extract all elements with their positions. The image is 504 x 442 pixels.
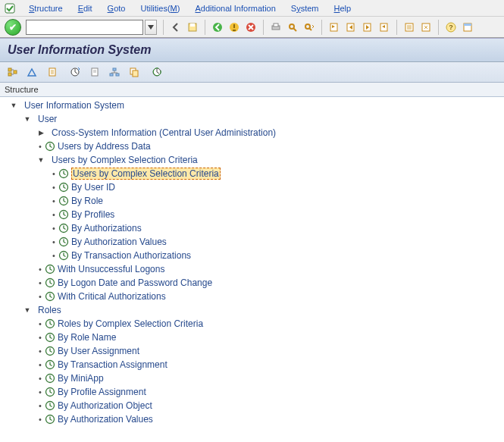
tree-label[interactable]: By User Assignment <box>58 346 139 356</box>
refresh-icon[interactable] <box>149 64 165 80</box>
tree-label[interactable]: By Profiles <box>71 209 114 220</box>
tree-row[interactable]: •By Authorizations <box>0 221 504 235</box>
first-page-icon[interactable] <box>327 20 342 35</box>
bullet-icon: • <box>50 210 58 219</box>
tree-row[interactable]: •By Role Name <box>0 331 504 344</box>
tree-row[interactable]: •By Role <box>0 194 504 208</box>
collapse-icon[interactable]: ▼ <box>23 306 32 314</box>
find-next-icon[interactable] <box>302 20 317 35</box>
find-icon[interactable] <box>285 20 300 35</box>
execute-icon[interactable] <box>67 64 83 80</box>
tree-row[interactable]: •Users by Complex Selection Criteria <box>0 167 504 180</box>
tree-label[interactable]: Users by Complex Selection Criteria <box>52 155 198 165</box>
tree-row[interactable]: •Users by Address Data <box>0 139 504 153</box>
tree-label[interactable]: Cross-System Information (Central User A… <box>52 127 276 138</box>
tree-row[interactable]: ▼Users by Complex Selection Criteria <box>0 153 504 167</box>
tree-row[interactable]: •With Critical Authorizations <box>0 290 504 303</box>
tree-row[interactable]: •By Transaction Assignment <box>0 358 504 371</box>
tree-label[interactable]: By Transaction Assignment <box>58 359 167 370</box>
collapse-icon[interactable]: ▼ <box>36 156 45 164</box>
page-title: User Information System <box>8 43 496 57</box>
cancel-red-icon[interactable] <box>243 20 258 35</box>
svg-text:?: ? <box>449 24 453 31</box>
command-field[interactable] <box>26 20 143 35</box>
expand-subtree-icon[interactable] <box>5 64 21 80</box>
menu-structure[interactable]: Structure <box>21 2 70 14</box>
tree-row[interactable]: •By User Assignment <box>0 344 504 358</box>
tree-row[interactable]: •By User ID <box>0 180 504 194</box>
tree-row[interactable]: •By Profile Assignment <box>0 385 504 399</box>
enter-button[interactable]: ✔ <box>5 19 21 36</box>
command-dropdown[interactable] <box>145 20 157 35</box>
collapse-icon[interactable]: ▼ <box>23 115 32 123</box>
tree-label[interactable]: By Profile Assignment <box>58 387 146 397</box>
tree-label[interactable]: User Information System <box>24 100 124 111</box>
prev-page-icon[interactable] <box>343 20 358 35</box>
display-object-icon[interactable] <box>86 64 103 80</box>
title-band: User Information System <box>0 38 504 62</box>
tree-label[interactable]: Roles by Complex Selection Criteria <box>58 318 203 329</box>
tree-row[interactable]: •By Authorization Object <box>0 399 504 412</box>
tree-label[interactable]: By MiniApp <box>58 373 104 384</box>
bullet-icon: • <box>50 251 58 260</box>
tree-label[interactable]: Users by Complex Selection Criteria <box>71 168 221 180</box>
tree-row[interactable]: •By MiniApp <box>0 371 504 385</box>
tree-label[interactable]: With Critical Authorizations <box>58 291 166 302</box>
tree-row[interactable]: •By Authorization Values <box>0 412 504 426</box>
tree-row[interactable]: •By Transaction Authorizations <box>0 249 504 262</box>
copy-icon[interactable] <box>126 64 142 80</box>
tree-row[interactable]: ▼Roles <box>0 303 504 317</box>
menu-edit[interactable]: Edit <box>70 2 100 14</box>
bullet-icon: • <box>50 196 58 205</box>
tree-row[interactable]: ▼User <box>0 112 504 126</box>
tree-label[interactable]: Users by Address Data <box>58 141 151 152</box>
tree-label[interactable]: By Authorizations <box>71 223 142 234</box>
tree-label[interactable]: User <box>38 114 57 124</box>
tree-label[interactable]: By Role <box>71 196 103 206</box>
tree-label[interactable]: By Transaction Authorizations <box>71 250 191 261</box>
help-icon[interactable]: ? <box>443 20 459 35</box>
tree: ▼User Information System▼User▶Cross-Syst… <box>0 97 504 428</box>
tree-row[interactable]: •By Logon Date and Password Change <box>0 276 504 290</box>
app-menu-icon[interactable] <box>5 3 15 14</box>
shortcut-icon[interactable] <box>418 20 434 35</box>
tree-row[interactable]: •By Profiles <box>0 208 504 221</box>
tree-label[interactable]: By Authorization Object <box>58 400 152 411</box>
tree-label[interactable]: By User ID <box>71 182 115 193</box>
collapse-icon[interactable]: ▼ <box>9 102 18 109</box>
tree-row[interactable]: ▼User Information System <box>0 99 504 112</box>
tree-label[interactable]: By Authorization Values <box>58 414 153 425</box>
clock-icon <box>44 318 56 329</box>
print-icon[interactable] <box>268 20 283 35</box>
where-used-icon[interactable] <box>106 64 123 80</box>
svg-rect-24 <box>14 71 17 74</box>
standard-toolbar: ✔ ? <box>0 17 504 38</box>
back-icon[interactable] <box>168 20 183 35</box>
new-session-icon[interactable] <box>402 20 417 35</box>
tree-label[interactable]: By Role Name <box>58 332 116 343</box>
save-icon[interactable] <box>185 20 200 35</box>
tree-row[interactable]: •By Authorization Values <box>0 235 504 249</box>
collapse-subtree-icon[interactable] <box>24 64 41 80</box>
tree-label[interactable]: By Authorization Values <box>71 237 167 247</box>
expand-icon[interactable]: ▶ <box>36 129 45 136</box>
svg-rect-7 <box>274 24 278 27</box>
tree-label[interactable]: By Logon Date and Password Change <box>58 277 212 288</box>
tree-label[interactable]: Roles <box>38 305 61 315</box>
tree-row[interactable]: •Roles by Complex Selection Criteria <box>0 317 504 331</box>
menu-system[interactable]: System <box>283 2 327 14</box>
next-page-icon[interactable] <box>360 20 375 35</box>
tree-row[interactable]: •With Unsuccessful Logons <box>0 262 504 276</box>
exit-yellow-icon[interactable] <box>227 20 242 35</box>
last-page-icon[interactable] <box>377 20 392 35</box>
layout-icon[interactable] <box>460 20 475 35</box>
tree-label[interactable]: With Unsuccessful Logons <box>58 264 164 274</box>
menu-help[interactable]: Help <box>327 2 359 14</box>
svg-rect-23 <box>8 73 11 76</box>
menu-utilities[interactable]: Utilities(M) <box>133 2 187 14</box>
back-green-icon[interactable] <box>210 20 225 35</box>
display-doc-icon[interactable] <box>44 64 61 80</box>
menu-additional-info[interactable]: Additional Information <box>187 2 283 14</box>
tree-row[interactable]: ▶Cross-System Information (Central User … <box>0 126 504 139</box>
menu-goto[interactable]: Goto <box>100 2 133 14</box>
